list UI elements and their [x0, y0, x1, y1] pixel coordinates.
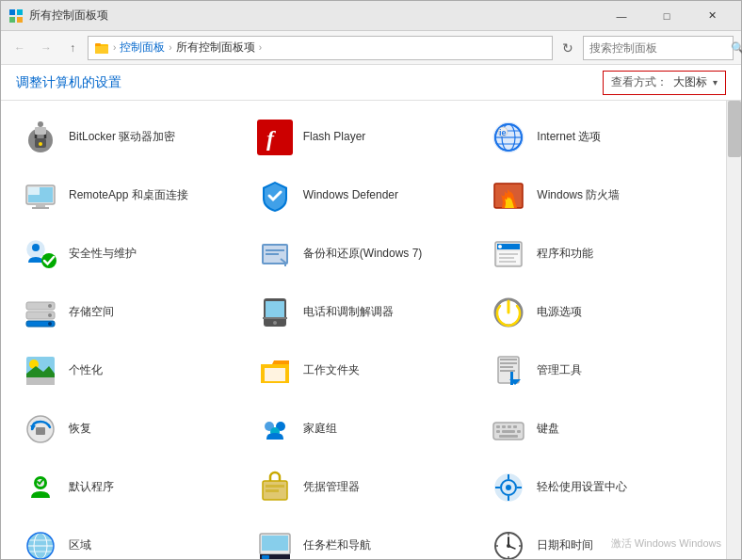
item-security[interactable]: 安全性与维护: [12, 225, 247, 283]
svg-rect-52: [266, 301, 284, 318]
svg-rect-44: [499, 261, 516, 263]
content-area: BitLocker 驱动器加密 f Flash Player ie Intern…: [1, 101, 741, 559]
address-bar: ← → ↑ › 控制面板 › 所有控制面板项 › ↻ 🔍: [1, 31, 741, 65]
view-value: 大图标: [673, 74, 707, 90]
forward-button[interactable]: →: [35, 37, 57, 59]
item-phone[interactable]: 电话和调制解调器: [247, 283, 481, 342]
svg-rect-0: [9, 9, 15, 15]
item-power[interactable]: 电源选项: [480, 283, 715, 342]
view-bar: 调整计算机的设置 查看方式： 大图标 ▾: [1, 65, 741, 101]
svg-rect-37: [266, 253, 279, 255]
item-storage[interactable]: 存储空间: [12, 283, 247, 342]
item-remoteapp[interactable]: RemoteApp 和桌面连接: [12, 167, 247, 225]
svg-rect-42: [499, 253, 518, 255]
svg-rect-43: [499, 257, 514, 259]
label-defender: Windows Defender: [303, 188, 398, 203]
svg-rect-61: [500, 359, 517, 360]
item-region[interactable]: 区域: [12, 517, 247, 559]
item-backup[interactable]: 备份和还原(Windows 7): [247, 225, 481, 283]
window-title: 所有控制面板项: [29, 8, 600, 24]
svg-rect-54: [263, 317, 287, 319]
item-credentials[interactable]: 凭据管理器: [247, 458, 481, 517]
label-region: 区域: [69, 538, 91, 553]
item-firewall[interactable]: Windows 防火墙: [480, 167, 715, 225]
label-default: 默认程序: [69, 480, 114, 495]
item-keyboard[interactable]: 键盘: [480, 400, 715, 458]
svg-rect-62: [500, 362, 517, 364]
svg-rect-74: [502, 425, 506, 428]
maximize-button[interactable]: □: [645, 2, 688, 30]
svg-point-9: [39, 142, 42, 146]
label-bitlocker: BitLocker 驱动器加密: [69, 130, 175, 145]
item-programs[interactable]: 程序和功能: [480, 225, 715, 283]
svg-point-40: [498, 245, 502, 248]
icon-taskbar: [256, 527, 294, 559]
label-ease: 轻松使用设置中心: [537, 480, 627, 495]
icon-bitlocker: [22, 119, 59, 156]
breadcrumb-controlpanel[interactable]: 控制面板: [120, 40, 165, 56]
label-admin: 管理工具: [537, 363, 582, 378]
label-datetime: 日期和时间: [537, 538, 593, 553]
back-button[interactable]: ←: [8, 37, 31, 59]
svg-rect-64: [500, 370, 515, 372]
item-bitlocker[interactable]: BitLocker 驱动器加密: [12, 108, 247, 167]
item-flash[interactable]: f Flash Player: [247, 108, 481, 167]
label-backup: 备份和还原(Windows 7): [303, 247, 423, 262]
view-mode-button[interactable]: 查看方式： 大图标 ▾: [603, 71, 726, 95]
icon-personalize: [22, 352, 59, 390]
scrollbar-thumb[interactable]: [728, 101, 741, 157]
label-flash: Flash Player: [303, 130, 366, 145]
svg-rect-79: [517, 430, 521, 433]
scrollbar-track[interactable]: [726, 101, 741, 559]
item-default[interactable]: 默认程序: [12, 458, 247, 517]
window-controls: — □ ✕: [600, 2, 734, 30]
minimize-button[interactable]: —: [600, 2, 643, 30]
svg-rect-10: [35, 127, 46, 135]
icon-programs: [490, 235, 527, 273]
page-title: 调整计算机的设置: [16, 74, 121, 91]
label-keyboard: 键盘: [537, 422, 559, 437]
label-firewall: Windows 防火墙: [537, 188, 620, 203]
items-grid: BitLocker 驱动器加密 f Flash Player ie Intern…: [12, 108, 715, 559]
svg-point-106: [507, 544, 510, 548]
item-taskbar[interactable]: 任务栏和导航: [247, 517, 481, 559]
search-input[interactable]: [589, 41, 731, 55]
icon-backup: [256, 235, 294, 273]
close-button[interactable]: ✕: [690, 2, 734, 30]
window: 所有控制面板项 — □ ✕ ← → ↑ › 控制面板 › 所有控制面板项 › ↻…: [0, 0, 742, 560]
item-datetime[interactable]: 日期和时间: [480, 517, 715, 559]
svg-rect-3: [17, 17, 23, 23]
search-box[interactable]: 🔍: [583, 36, 734, 60]
item-internet[interactable]: ie Internet 选项: [480, 108, 715, 167]
up-button[interactable]: ↑: [61, 37, 84, 59]
svg-rect-68: [36, 427, 45, 435]
label-power: 电源选项: [537, 305, 582, 320]
svg-rect-73: [496, 425, 500, 428]
svg-rect-85: [266, 489, 279, 492]
svg-point-92: [506, 485, 511, 490]
svg-rect-80: [499, 435, 518, 438]
item-personalize[interactable]: 个性化: [12, 342, 247, 400]
label-storage: 存储空间: [69, 305, 114, 320]
icon-default: [22, 469, 59, 506]
label-programs: 程序和功能: [537, 247, 593, 262]
item-ease[interactable]: 轻松使用设置中心: [480, 458, 715, 517]
svg-rect-78: [502, 430, 515, 433]
label-homegroup: 家庭组: [303, 422, 337, 437]
icon-internet: ie: [490, 119, 527, 156]
item-admin[interactable]: 管理工具: [480, 342, 715, 400]
svg-rect-5: [95, 46, 108, 54]
icon-power: [490, 294, 527, 331]
refresh-button[interactable]: ↻: [556, 37, 579, 59]
item-homegroup[interactable]: 家庭组: [247, 400, 481, 458]
view-label: 查看方式：: [611, 74, 668, 90]
svg-rect-65: [510, 372, 513, 385]
svg-rect-26: [36, 204, 45, 207]
item-workfolder[interactable]: 工作文件夹: [247, 342, 481, 400]
item-restore[interactable]: 恢复: [12, 400, 247, 458]
svg-rect-28: [28, 187, 40, 195]
item-defender[interactable]: Windows Defender: [247, 167, 481, 225]
svg-rect-102: [262, 555, 269, 559]
label-credentials: 凭据管理器: [303, 480, 360, 495]
main-content: BitLocker 驱动器加密 f Flash Player ie Intern…: [1, 101, 726, 559]
